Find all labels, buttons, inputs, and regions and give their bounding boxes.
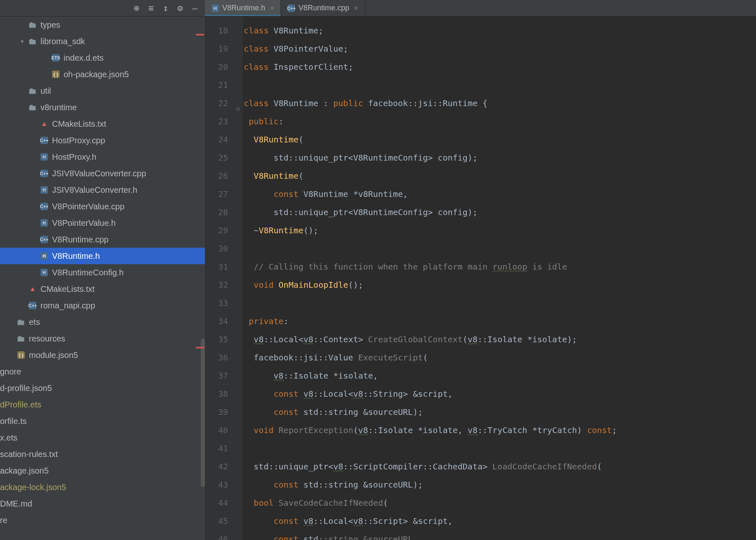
code-line[interactable]: std::unique_ptr<v8::ScriptCompiler::Cach… [244,457,756,476]
code-line[interactable]: const std::string &sourceURL [244,530,756,540]
code-line[interactable]: void ReportException(v8::Isolate *isolat… [244,421,756,439]
code-line[interactable]: public: [244,112,756,130]
code-line[interactable]: class V8PointerValue; [244,40,756,58]
tree-item[interactable]: C++V8PointerValue.cpp [0,198,205,215]
tree-item[interactable]: re [0,512,205,528]
tree-item[interactable]: { }oh-package.json5 [0,66,205,83]
code-line[interactable]: class V8Runtime; [244,21,756,40]
tree-item[interactable]: C++roma_napi.cpp [0,297,205,314]
tree-item[interactable]: ackage-lock.json5 [0,479,205,495]
tree-item[interactable]: { }module.json5 [0,347,205,363]
minimize-icon[interactable]: — [192,3,197,13]
tree-item[interactable]: ▲CMakeLists.txt [0,116,205,132]
tree-item[interactable]: 🖿util [0,83,205,99]
line-number: 32 [205,276,235,294]
code-line[interactable]: ~V8Runtime(); [244,221,756,239]
tree-item[interactable]: HV8Runtime.h [0,248,205,264]
error-mark[interactable] [196,34,204,36]
project-tree[interactable]: 🖿types▾🖿libroma_sdkETSindex.d.ets{ }oh-p… [0,17,205,528]
line-number: 21 [205,76,235,94]
code-line[interactable] [244,439,756,457]
code-line[interactable]: // Calling this function when the platfo… [244,258,756,276]
tab-v8runtime-h[interactable]: HV8Runtime.h× [205,0,281,16]
tree-item-label: HostProxy.cpp [52,136,105,145]
expand-arrow-icon[interactable]: ▾ [19,38,25,45]
code-line[interactable] [244,294,756,312]
tree-item-label: JSIV8ValueConverter.cpp [52,169,146,178]
cpp-file-icon: C++ [40,203,48,210]
code-line[interactable]: v8::Local<v8::Context> CreateGlobalConte… [244,330,756,348]
fold-column[interactable]: ⊟ [235,17,243,540]
tree-item[interactable]: 🖿ets [0,314,205,330]
tree-item[interactable]: scation-rules.txt [0,446,205,462]
editor-tabs: HV8Runtime.h×C++V8Runtime.cpp× [205,0,756,16]
code-line[interactable]: std::unique_ptr<V8RuntimeConfig> config)… [244,203,756,221]
tree-item[interactable]: 🖿v8runtime [0,99,205,116]
tree-item[interactable]: orfile.ts [0,413,205,429]
code-line[interactable] [244,239,756,258]
line-number: 28 [205,203,235,221]
code-line[interactable]: V8Runtime( [244,167,756,185]
tree-scrollbar[interactable] [201,339,205,487]
tree-item[interactable]: d-profile.json5 [0,380,205,396]
tree-item-label: libroma_sdk [40,37,85,46]
fold-toggle-icon[interactable]: ⊟ [236,100,240,118]
tree-item[interactable]: C++JSIV8ValueConverter.cpp [0,165,205,182]
close-icon[interactable]: × [354,5,358,12]
code-line[interactable]: v8::Isolate *isolate, [244,367,756,385]
tree-item[interactable]: ackage.json5 [0,462,205,479]
cpp-file-icon: C++ [40,170,48,177]
code-line[interactable]: private: [244,312,756,330]
code-line[interactable]: std::unique_ptr<V8RuntimeConfig> config)… [244,149,756,167]
tree-item[interactable]: HV8RuntimeConfig.h [0,264,205,281]
code-line[interactable]: void OnMainLoopIdle(); [244,276,756,294]
tree-item-label: d-profile.json5 [0,384,52,393]
tree-item-label: JSIV8ValueConverter.h [52,185,137,195]
tree-item[interactable]: DME.md [0,495,205,512]
tree-item-label: types [40,20,60,30]
settings-icon[interactable]: ⚙ [178,3,183,13]
tree-item[interactable]: 🖿resources [0,330,205,347]
target-icon[interactable]: ⊕ [134,3,139,13]
error-mark[interactable] [196,347,204,348]
line-number-gutter: 1819202122232425262728293031323334353637… [205,17,235,540]
tree-item[interactable]: ▲CMakeLists.txt [0,281,205,297]
tree-item-label: DME.md [0,499,32,509]
collapse-icon[interactable]: ≡ [148,3,154,13]
code-line[interactable]: V8Runtime( [244,130,756,149]
tree-item[interactable]: HHostProxy.h [0,149,205,165]
code-line[interactable]: class V8Runtime : public facebook::jsi::… [244,94,756,112]
code-line[interactable]: const v8::Local<v8::Script> &script, [244,512,756,530]
code-line[interactable]: facebook::jsi::Value ExecuteScript( [244,348,756,367]
code-line[interactable]: class InspectorClient; [244,58,756,76]
tree-item[interactable]: 🖿types [0,17,205,33]
code-line[interactable]: const v8::Local<v8::String> &script, [244,385,756,403]
tab-v8runtime-cpp[interactable]: C++V8Runtime.cpp× [281,0,365,16]
code-line[interactable]: const std::string &sourceURL); [244,403,756,421]
tree-item[interactable]: ▾🖿libroma_sdk [0,33,205,50]
line-number: 37 [205,367,235,385]
tree-item[interactable]: HV8PointerValue.h [0,215,205,231]
line-number: 19 [205,40,235,58]
tree-item-label: CMakeLists.txt [40,284,95,294]
line-number: 25 [205,149,235,167]
tree-item[interactable]: HJSIV8ValueConverter.h [0,182,205,198]
tree-item[interactable]: x.ets [0,429,205,446]
fld-file-icon: 🖿 [17,318,25,326]
tree-item[interactable]: gnore [0,363,205,380]
close-icon[interactable]: × [270,5,274,12]
tree-item[interactable]: C++HostProxy.cpp [0,132,205,149]
tree-item[interactable]: C++V8Runtime.cpp [0,231,205,248]
tree-item[interactable]: dProfile.ets [0,396,205,413]
line-number: 42 [205,457,235,476]
tree-item-label: index.d.ets [64,53,104,63]
tree-item-label: v8runtime [40,103,77,112]
code-area[interactable]: class V8Runtime;class V8PointerValue;cla… [243,17,756,540]
code-line[interactable] [244,76,756,94]
resize-icon[interactable]: ↕ [163,3,168,13]
cmk-file-icon: ▲ [40,120,48,128]
code-line[interactable]: const std::string &sourceURL); [244,476,756,494]
code-line[interactable]: bool SaveCodeCacheIfNeeded( [244,494,756,512]
code-line[interactable]: const V8Runtime *v8Runtime, [244,185,756,203]
tree-item[interactable]: ETSindex.d.ets [0,50,205,66]
